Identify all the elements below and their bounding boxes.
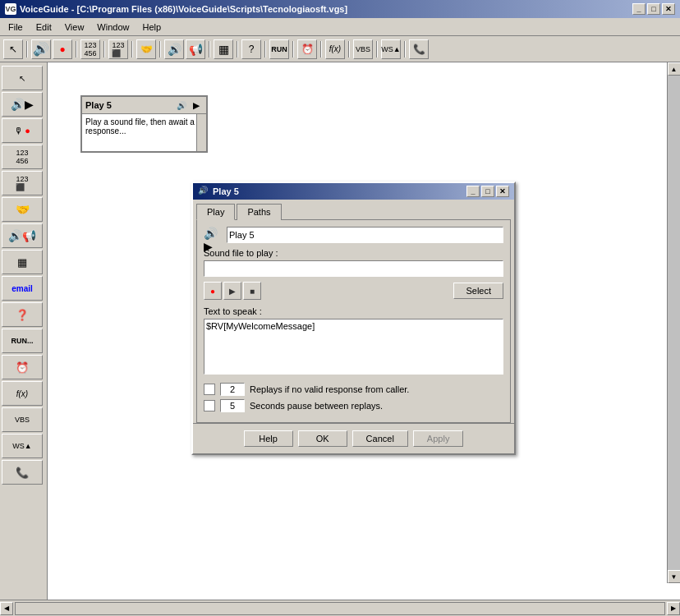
pause-checkbox[interactable] [204,400,215,411]
title-controls: _ □ ✕ [632,3,675,15]
menu-view[interactable]: View [58,21,91,34]
dialog-minimize-button[interactable]: _ [466,186,480,197]
sidebar-run[interactable]: RUN... [2,329,43,353]
horizontal-scrollbar[interactable] [15,602,665,615]
scroll-down-arrow[interactable]: ▼ [668,570,681,583]
app-title: VoiceGuide - [C:\Program Files (x86)\Voi… [20,4,632,14]
ws-tool[interactable]: WS▲ [381,39,401,59]
menu-bar: File Edit View Window Help [0,18,680,36]
keypad-tool[interactable]: 123456 [80,39,100,59]
sidebar-vbs[interactable]: VBS [2,407,43,432]
speaker2-tool[interactable]: 📢 [186,39,205,59]
play-speaker-icon: 🔊▶ [204,227,223,243]
pause-row: 5 Seconds pause between replays. [204,399,503,412]
toolbar-sep-8 [264,41,266,57]
menu-help[interactable]: Help [136,21,168,34]
question-tool[interactable]: ? [241,39,261,59]
dialog-maximize-button[interactable]: □ [481,186,494,197]
sidebar-play[interactable]: 🔊▶ [2,92,43,117]
node-speaker-icon: 🔊 [175,99,188,112]
sidebar-email[interactable]: email [2,276,43,301]
menu-file[interactable]: File [2,21,30,34]
sidebar-phone[interactable]: 📞 [2,460,43,485]
sidebar-rec[interactable]: 🎙● [2,118,43,143]
sidebar-cursor[interactable]: ↖ [2,66,43,90]
toolbar-sep-3 [103,41,105,57]
tab-paths[interactable]: Paths [237,204,281,220]
play-tool[interactable]: 🔊 [31,39,51,59]
run-tool[interactable]: RUN [269,39,289,59]
dtmf-tool[interactable]: 123⬛ [108,39,128,59]
canvas-area: Play 5 🔊 ▶ Play a sound file, then await… [48,62,680,600]
sidebar-fx[interactable]: f(x) [2,381,43,406]
grid-tool[interactable]: ▦ [214,39,233,59]
replays-count: 2 [220,383,245,396]
pause-label: Seconds pause between replays. [250,401,383,411]
play-button[interactable]: ▶ [223,282,241,300]
replays-row: 2 Replays if no valid response from call… [204,383,503,396]
tab-content: 🔊▶ Sound file to play : ● ▶ ■ Select [196,219,511,423]
scroll-left-arrow[interactable]: ◀ [0,602,13,615]
sidebar-keypad[interactable]: 123456 [2,145,43,169]
hands-tool[interactable]: 🤝 [136,39,156,59]
clock-tool[interactable]: ⏰ [297,39,317,59]
audio-buttons: ● ▶ ■ [204,282,261,300]
apply-button[interactable]: Apply [413,430,464,447]
sidebar-question[interactable]: ❓ [2,302,43,327]
minimize-button[interactable]: _ [632,3,646,15]
dialog-title-bar: 🔊 Play 5 _ □ ✕ [193,183,514,200]
scroll-up-arrow[interactable]: ▲ [668,62,681,76]
stop-button[interactable]: ■ [243,282,261,300]
node-play-icon: ▶ [190,99,203,112]
node-scrollbar[interactable] [196,114,206,151]
tts-textarea[interactable]: $RV[MyWelcomeMessage] [204,319,503,375]
sidebar-speaker[interactable]: 🔊📢 [2,223,43,248]
bottom-bar: ◀ ▶ [0,600,680,616]
close-button[interactable]: ✕ [662,3,675,15]
record-tool[interactable]: ● [53,39,72,59]
node-title-text: Play 5 [85,100,112,110]
node-title: Play 5 🔊 ▶ [82,97,206,114]
node-play5[interactable]: Play 5 🔊 ▶ Play a sound file, then await… [80,95,208,153]
dialog-title-controls: _ □ ✕ [466,186,509,197]
tab-play[interactable]: Play [196,204,235,220]
record-button[interactable]: ● [204,282,222,300]
scroll-right-arrow[interactable]: ▶ [667,602,680,615]
toolbar-sep-1 [26,41,28,57]
vbs-tool[interactable]: VBS [353,39,373,59]
dialog-close-button[interactable]: ✕ [496,186,509,197]
replays-checkbox[interactable] [204,384,215,395]
dialog-title-icon: 🔊 [198,186,209,197]
play-name-input[interactable] [227,227,503,243]
toolbar-sep-9 [292,41,294,57]
sidebar-hands[interactable]: 🤝 [2,197,43,222]
menu-edit[interactable]: Edit [30,21,58,34]
sidebar-ws[interactable]: WS▲ [2,434,43,458]
main-area: ↖ 🔊▶ 🎙● 123456 123⬛ 🤝 🔊📢 ▦ email ❓ RUN..… [0,62,680,600]
toolbar-sep-10 [320,41,322,57]
ok-button[interactable]: OK [298,430,347,447]
sidebar-clock[interactable]: ⏰ [2,355,43,379]
scroll-track[interactable] [668,76,681,570]
maximize-button[interactable]: □ [647,3,660,15]
cursor-tool[interactable]: ↖ [3,39,23,59]
phone-tool[interactable]: 📞 [409,39,429,59]
sound-file-label: Sound file to play : [204,248,503,258]
toolbar: ↖ 🔊 ● 123456 123⬛ 🤝 🔊 📢 ▦ ? RUN ⏰ f(x) V… [0,36,680,62]
cancel-button[interactable]: Cancel [352,430,408,447]
toolbar-sep-7 [237,41,238,57]
toolbar-sep-13 [404,41,406,57]
node-icons: 🔊 ▶ [175,99,203,112]
select-button[interactable]: Select [453,283,503,299]
dialog-tabs: Play Paths [193,200,514,219]
play-name-row: 🔊▶ [204,227,503,243]
pause-count: 5 [220,399,245,412]
menu-window[interactable]: Window [90,21,136,34]
sidebar-dtmf[interactable]: 123⬛ [2,171,43,195]
sound-file-input[interactable] [204,260,503,277]
fx-tool[interactable]: f(x) [325,39,345,59]
sidebar-grid[interactable]: ▦ [2,250,43,274]
help-button[interactable]: Help [244,430,293,447]
speaker-tool[interactable]: 🔊 [164,39,184,59]
audio-controls-row: ● ▶ ■ Select [204,282,503,300]
